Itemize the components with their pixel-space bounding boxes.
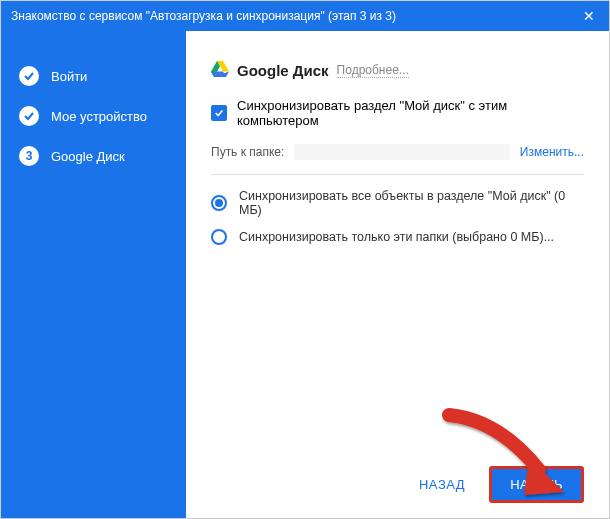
sync-my-drive-row: Синхронизировать раздел "Мой диск" с эти…: [211, 98, 584, 128]
main-panel: Google Диск Подробнее... Синхронизироват…: [186, 31, 609, 518]
step-label: Войти: [51, 69, 87, 84]
path-value: [294, 144, 510, 160]
step-device: Мое устройство: [1, 96, 186, 136]
radio-sync-some[interactable]: [211, 229, 227, 245]
sync-checkbox-label: Синхронизировать раздел "Мой диск" с эти…: [237, 98, 584, 128]
check-icon: [19, 106, 39, 126]
radio-sync-all[interactable]: [211, 195, 227, 211]
radio-sync-some-label: Синхронизировать только эти папки (выбра…: [239, 230, 554, 244]
change-path-link[interactable]: Изменить...: [520, 145, 584, 159]
back-button[interactable]: НАЗАД: [403, 467, 481, 502]
svg-marker-3: [211, 72, 226, 77]
folder-path-row: Путь к папке: Изменить...: [211, 144, 584, 160]
check-icon: [19, 66, 39, 86]
step-login: Войти: [1, 56, 186, 96]
sidebar: Войти Мое устройство 3 Google Диск: [1, 31, 186, 518]
titlebar: Знакомство с сервисом "Автозагрузка и си…: [1, 1, 609, 31]
start-button[interactable]: НАЧАТЬ: [489, 466, 584, 503]
window-body: Войти Мое устройство 3 Google Диск Googl…: [1, 31, 609, 518]
setup-wizard-window: Знакомство с сервисом "Автозагрузка и си…: [0, 0, 610, 519]
step-label: Мое устройство: [51, 109, 147, 124]
footer: НАЗАД НАЧАТЬ: [211, 456, 584, 503]
path-label: Путь к папке:: [211, 145, 284, 159]
close-icon[interactable]: ✕: [579, 8, 599, 24]
more-link[interactable]: Подробнее...: [337, 63, 409, 78]
sync-checkbox[interactable]: [211, 105, 227, 121]
step-drive: 3 Google Диск: [1, 136, 186, 176]
radio-sync-some-row[interactable]: Синхронизировать только эти папки (выбра…: [211, 229, 584, 245]
radio-sync-all-label: Синхронизировать все объекты в разделе "…: [239, 189, 584, 217]
radio-sync-all-row[interactable]: Синхронизировать все объекты в разделе "…: [211, 189, 584, 217]
window-title: Знакомство с сервисом "Автозагрузка и си…: [11, 9, 579, 23]
divider: [211, 174, 584, 175]
google-drive-icon: [211, 61, 229, 80]
page-title: Google Диск: [237, 62, 329, 79]
step-number-icon: 3: [19, 146, 39, 166]
step-label: Google Диск: [51, 149, 125, 164]
header-row: Google Диск Подробнее...: [211, 61, 584, 80]
